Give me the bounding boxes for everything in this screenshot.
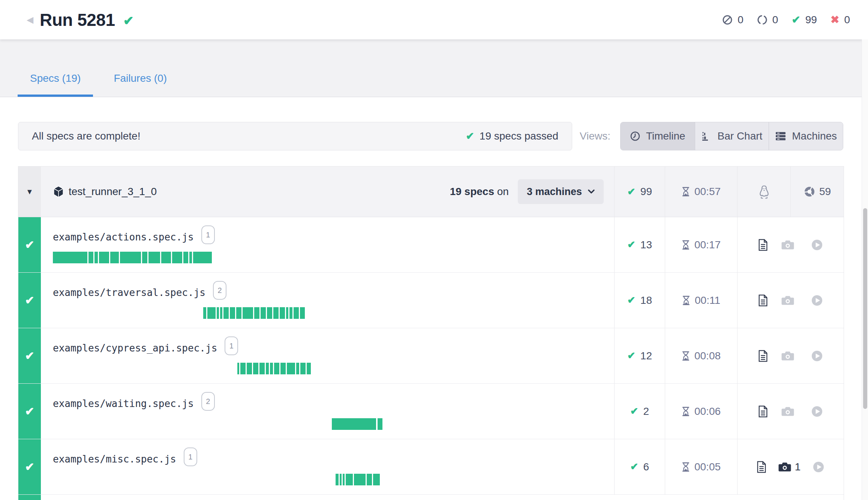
- play-icon: [811, 294, 823, 306]
- stdout-button[interactable]: [757, 461, 766, 473]
- page-title: Run 5281: [40, 10, 115, 30]
- group-expand-toggle[interactable]: ▼: [18, 167, 41, 217]
- hourglass-icon: [682, 186, 690, 197]
- timeline-segment: [217, 307, 219, 319]
- stdout-button[interactable]: [758, 239, 768, 251]
- group-passed-cell: ✔ 99: [614, 167, 665, 217]
- group-os-cell: [737, 167, 790, 217]
- timeline-segment: [236, 307, 241, 319]
- hourglass-icon: [682, 351, 690, 361]
- machine-badge: 1: [184, 447, 197, 466]
- app-header: ◄ Run 5281 ✔ 0 0 ✔ 99 ✖ 0: [0, 0, 868, 39]
- spec-row[interactable]: ✔ examples/misc.spec.js 1 ✔ 6 00:05: [18, 439, 844, 495]
- play-video-button[interactable]: [811, 350, 823, 362]
- spec-passed-cell: ✔ 18: [614, 273, 665, 328]
- screenshot-count: 1: [795, 461, 801, 473]
- play-icon: [813, 461, 825, 473]
- camera-icon[interactable]: [781, 240, 798, 250]
- view-bar-chart-button[interactable]: Bar Chart: [695, 122, 769, 150]
- spec-passed-cell: ✔ 12: [614, 328, 665, 383]
- check-icon: ✔: [627, 294, 636, 306]
- spec-passed-count: 13: [640, 239, 652, 251]
- chrome-icon: [804, 186, 816, 198]
- play-video-button[interactable]: [813, 461, 825, 473]
- spec-duration-cell: 00:06: [665, 384, 737, 439]
- timeline-segment: [300, 363, 306, 374]
- spec-duration-cell: 00:08: [665, 328, 737, 383]
- document-icon: [758, 350, 768, 362]
- scrollbar-thumb[interactable]: [863, 208, 867, 409]
- spec-passed-cell: ✔ 2: [614, 384, 665, 439]
- timeline-segment: [287, 363, 295, 374]
- tab-specs[interactable]: Specs (19): [18, 62, 93, 97]
- play-icon: [811, 405, 823, 417]
- spec-status-gutter: ✔: [18, 328, 41, 383]
- timeline-segment: [253, 363, 258, 374]
- back-chevron-icon: ◄: [24, 14, 36, 26]
- timeline-segment: [280, 307, 285, 319]
- timeline-segment: [230, 307, 235, 319]
- view-machines-label: Machines: [792, 130, 837, 142]
- play-video-button[interactable]: [811, 405, 823, 417]
- camera-icon[interactable]: [781, 351, 798, 361]
- spec-passed-cell: ✔ 13: [614, 217, 665, 272]
- back-button[interactable]: ◄: [22, 12, 37, 28]
- spec-main-cell: examples/traversal.spec.js 2: [41, 273, 614, 328]
- run-stats: 0 0 ✔ 99 ✖ 0: [722, 14, 850, 26]
- view-timeline-button[interactable]: Timeline: [621, 122, 695, 150]
- spec-row[interactable]: ✔ examples/waiting.spec.js 2 ✔ 2 00:06: [18, 384, 844, 439]
- tab-failures-label: Failures (0): [114, 72, 167, 84]
- hourglass-icon: [682, 240, 690, 250]
- timeline-segment: [346, 474, 353, 485]
- machine-badge: 2: [201, 392, 215, 411]
- spec-passed-check-icon: ✔: [25, 405, 34, 418]
- spec-duration: 00:11: [695, 294, 720, 306]
- spec-main-cell: examples/misc.spec.js 1: [41, 439, 614, 494]
- timeline-segment: [261, 307, 266, 319]
- spec-passed-count: 2: [643, 405, 649, 417]
- complete-banner: All specs are complete! ✔ 19 specs passe…: [18, 122, 572, 150]
- timeline-bar: [41, 474, 614, 485]
- stdout-button[interactable]: [758, 350, 768, 362]
- camera-icon[interactable]: 1: [778, 461, 801, 473]
- spec-artifacts-cell: [737, 217, 844, 272]
- timeline-segment: [273, 307, 279, 319]
- document-icon: [757, 461, 766, 473]
- summary-row: All specs are complete! ✔ 19 specs passe…: [18, 122, 843, 150]
- timeline-segment: [378, 418, 382, 430]
- on-word: on: [497, 186, 509, 197]
- timeline-segment: [183, 252, 188, 263]
- timeline-segment: [332, 418, 376, 430]
- timeline-segment: [259, 363, 265, 374]
- spec-name: examples/traversal.spec.js: [53, 287, 205, 298]
- timeline-segment: [94, 252, 98, 263]
- camera-icon[interactable]: [781, 406, 798, 417]
- check-icon: ✔: [627, 239, 636, 251]
- timeline-segment: [99, 252, 109, 263]
- spec-row[interactable]: ✔ examples/actions.spec.js 1 ✔ 13 00:17: [18, 217, 844, 273]
- camera-icon[interactable]: [781, 295, 798, 306]
- spec-duration: 00:08: [694, 350, 721, 362]
- stdout-button[interactable]: [758, 405, 768, 417]
- spec-status-gutter: ✔: [18, 273, 41, 328]
- failed-x-icon: ✖: [831, 14, 839, 26]
- views-label: Views:: [580, 130, 610, 142]
- spec-passed-count: 18: [640, 294, 652, 306]
- banner-check-icon: ✔: [466, 130, 474, 142]
- spec-duration: 00:06: [694, 405, 721, 417]
- tab-failures[interactable]: Failures (0): [101, 62, 179, 97]
- timeline-segment: [161, 252, 171, 263]
- play-video-button[interactable]: [811, 239, 823, 251]
- spec-row[interactable]: ✔ examples/traversal.spec.js 2 ✔ 18 00:1…: [18, 273, 844, 328]
- spec-row[interactable]: ✔ examples/cypress_api.spec.js 1 ✔ 12 00…: [18, 328, 844, 384]
- group-duration: 00:57: [694, 186, 721, 198]
- play-video-button[interactable]: [811, 294, 823, 306]
- timeline-segment: [336, 474, 339, 485]
- machines-dropdown[interactable]: 3 machines: [518, 179, 604, 204]
- view-machines-button[interactable]: Machines: [769, 122, 843, 150]
- run-passed-check-icon: ✔: [123, 13, 134, 28]
- stdout-button[interactable]: [758, 294, 768, 306]
- timeline-segment: [110, 252, 119, 263]
- spec-name: examples/waiting.spec.js: [53, 398, 194, 409]
- timeline-segment: [354, 474, 366, 485]
